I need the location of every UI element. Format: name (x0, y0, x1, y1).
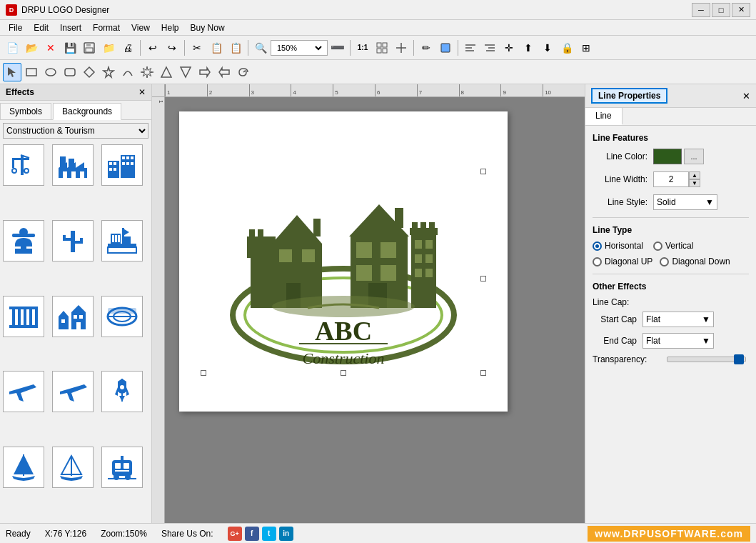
radio-vertical-circle[interactable] (653, 241, 662, 251)
menu-file[interactable]: File (3, 20, 28, 36)
facebook-share-icon[interactable]: f (245, 527, 259, 541)
radio-diagonal-down[interactable]: Diagonal Down (660, 256, 730, 266)
spin-up[interactable]: ▲ (689, 171, 700, 179)
starburst-tool[interactable] (138, 63, 156, 81)
select-tool[interactable] (3, 63, 21, 81)
menu-help[interactable]: Help (156, 20, 185, 36)
bottom-button[interactable]: ⬇ (538, 39, 557, 57)
zoom-in-button[interactable]: 🔍 (251, 39, 270, 57)
top-button[interactable]: ⬆ (519, 39, 538, 57)
save-button[interactable]: 💾 (61, 39, 79, 57)
rounded-rect-tool[interactable] (61, 63, 79, 81)
symbol-port[interactable] (101, 220, 143, 261)
transparency-slider[interactable] (667, 357, 746, 362)
end-cap-dropdown[interactable]: Flat ▼ (642, 333, 714, 349)
arc-tool[interactable] (119, 63, 137, 81)
save-as-button[interactable] (80, 39, 99, 57)
down-triangle-tool[interactable] (176, 63, 195, 81)
triangle-tool[interactable] (157, 63, 176, 81)
align-left-button[interactable] (461, 39, 480, 57)
symbol-sailboat2[interactable] (52, 447, 94, 488)
symbol-buildings[interactable] (101, 144, 143, 186)
line-color-dots-button[interactable]: ... (684, 149, 704, 164)
undo-button[interactable]: ↩ (143, 39, 162, 57)
panel-close-button[interactable]: ✕ (742, 91, 750, 101)
snap-button[interactable] (392, 39, 410, 57)
radio-horizontal[interactable]: Horisontal (593, 241, 643, 251)
grid2-button[interactable]: ⊞ (577, 39, 595, 57)
maximize-button[interactable]: □ (712, 3, 730, 17)
start-cap-dropdown[interactable]: Flat ▼ (642, 312, 714, 327)
open-button[interactable]: 📂 (22, 39, 41, 57)
menu-view[interactable]: View (126, 20, 156, 36)
print-button[interactable]: 🖨 (119, 39, 137, 57)
selection-handle-br[interactable] (480, 370, 486, 376)
selection-handle-bl[interactable] (201, 370, 206, 376)
left-arrow-tool[interactable] (215, 63, 233, 81)
center-button[interactable]: ✛ (500, 39, 518, 57)
canvas-inner[interactable]: ABC Construction (179, 111, 508, 412)
line-color-picker[interactable] (653, 149, 682, 164)
copy-button[interactable]: 📋 (207, 39, 226, 57)
ellipse-tool[interactable] (41, 63, 60, 81)
new-button[interactable]: 📄 (3, 39, 21, 57)
diamond-tool[interactable] (80, 63, 99, 81)
radio-diagonal-up-circle[interactable] (593, 257, 602, 266)
radio-vertical[interactable]: Vertical (653, 241, 693, 251)
selection-handle-tr[interactable] (480, 169, 486, 174)
spiral-tool[interactable] (234, 63, 253, 81)
menu-buynow[interactable]: Buy Now (185, 20, 231, 36)
spin-down[interactable]: ▼ (689, 179, 700, 187)
symbol-rocket[interactable] (101, 371, 143, 412)
browse-button[interactable]: 📁 (99, 39, 118, 57)
fill-button[interactable] (436, 39, 455, 57)
radio-diagonal-down-circle[interactable] (660, 257, 669, 266)
symbol-cactus[interactable] (52, 220, 94, 261)
lock-button[interactable]: 🔒 (558, 39, 576, 57)
redo-button[interactable]: ↪ (163, 39, 181, 57)
menu-format[interactable]: Format (87, 20, 126, 36)
close-file-button[interactable]: ✕ (41, 39, 60, 57)
linkedin-share-icon[interactable]: in (279, 527, 293, 541)
effects-close-button[interactable]: ✕ (138, 87, 146, 97)
selection-handle-bm[interactable] (341, 370, 346, 376)
zoom-box[interactable]: 150% 100% 75% 50% 200% (271, 40, 328, 56)
google-share-icon[interactable]: G+ (228, 527, 242, 541)
line-style-dropdown[interactable]: Solid ▼ (653, 194, 717, 210)
menu-insert[interactable]: Insert (54, 20, 87, 36)
slider-thumb[interactable] (734, 354, 744, 364)
paste-button[interactable]: 📋 (226, 39, 245, 57)
symbol-house-city[interactable] (52, 296, 94, 337)
line-width-input[interactable]: 2 (653, 171, 689, 187)
symbol-factory[interactable] (52, 144, 94, 186)
align-right-button[interactable] (480, 39, 499, 57)
minimize-button[interactable]: ─ (692, 3, 710, 17)
symbol-plane[interactable] (3, 371, 44, 412)
symbol-train[interactable] (101, 447, 143, 488)
grid-button[interactable] (373, 39, 391, 57)
symbol-columns[interactable] (3, 296, 44, 337)
star-tool[interactable] (99, 63, 118, 81)
menu-edit[interactable]: Edit (28, 20, 54, 36)
canvas-content[interactable]: ABC Construction (165, 97, 585, 523)
symbol-sailboat[interactable] (3, 447, 44, 488)
cut-button[interactable]: ✂ (188, 39, 206, 57)
radio-horizontal-circle[interactable] (593, 241, 602, 251)
line-tab-line[interactable]: Line (585, 108, 623, 125)
zoom-out-button[interactable]: ➖ (328, 39, 347, 57)
selection-handle-mr[interactable] (480, 276, 486, 282)
actual-size-button[interactable]: 1:1 (353, 39, 372, 57)
rectangle-tool[interactable] (22, 63, 41, 81)
category-select[interactable]: Construction & Tourism Nature Business T… (3, 123, 148, 139)
tab-symbols[interactable]: Symbols (0, 103, 51, 119)
zoom-select[interactable]: 150% 100% 75% 50% 200% (274, 43, 324, 53)
twitter-share-icon[interactable]: t (262, 527, 276, 541)
symbol-stadium[interactable] (101, 296, 143, 337)
radio-diagonal-up[interactable]: Diagonal UP (593, 256, 652, 266)
tab-backgrounds[interactable]: Backgrounds (53, 103, 121, 120)
pencil-button[interactable]: ✏ (417, 39, 435, 57)
right-arrow-tool[interactable] (196, 63, 214, 81)
symbol-crane[interactable] (3, 144, 44, 186)
symbol-worker[interactable] (3, 220, 44, 261)
symbol-plane2[interactable] (52, 371, 94, 412)
